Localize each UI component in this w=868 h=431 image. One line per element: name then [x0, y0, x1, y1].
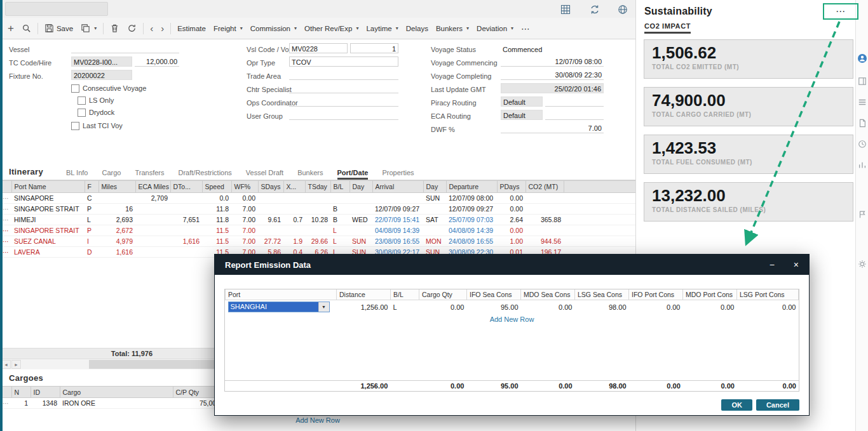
column-header-ifo-port-cons[interactable]: IFO Port Cons [629, 289, 683, 300]
column-header-lsg-sea-cons[interactable]: LSG Sea Cons [575, 289, 629, 300]
column-header-mdo-port-cons[interactable]: MDO Port Cons [683, 289, 737, 300]
close-icon[interactable]: × [794, 260, 799, 269]
ops-coordinator-input[interactable] [289, 96, 398, 107]
opr-type-input[interactable]: TCOV [289, 56, 398, 67]
back-button[interactable]: ‹ [146, 21, 157, 36]
chart-button[interactable] [857, 160, 867, 170]
tab-transfers[interactable]: Transfers [135, 169, 164, 180]
tc-hire-input[interactable]: 12,000.00 [135, 56, 179, 67]
toolbar-menu-delays[interactable]: Delays [402, 21, 432, 36]
toolbar-menu-deviation[interactable]: Deviation▾ [473, 21, 517, 36]
piracy-routing-input[interactable]: Default [501, 96, 543, 107]
scroll-right-button[interactable]: ► [11, 360, 21, 369]
layout-panel-button[interactable] [857, 76, 867, 86]
column-header-miles[interactable]: Miles [98, 181, 135, 193]
tab-draft-restrictions[interactable]: Draft/Restrictions [178, 169, 231, 180]
column-header-b-l[interactable]: B/L [391, 289, 419, 300]
vessel-input[interactable] [71, 43, 179, 53]
column-header-b-l[interactable]: B/L [330, 181, 349, 193]
column-header-cargo-qty[interactable]: Cargo Qty [419, 289, 467, 300]
tab-bl-info[interactable]: BL Info [66, 169, 88, 180]
column-header-wf[interactable]: WF% [231, 181, 258, 193]
column-header-lsg-port-cons[interactable]: LSG Port Cons [737, 289, 799, 300]
drydock-checkbox[interactable]: Drydock [78, 108, 114, 117]
column-header-pdays[interactable]: PDays [497, 181, 526, 193]
toolbar-menu-estimate[interactable]: Estimate [173, 21, 210, 36]
toolbar-menu-commission[interactable]: Commission▾ [247, 21, 301, 36]
sync-button[interactable] [588, 3, 601, 16]
last-tci-voy-checkbox[interactable]: Last TCI Voy [71, 121, 123, 130]
dialog-titlebar[interactable]: Report Emission Data − × [215, 255, 809, 275]
globe-button[interactable] [616, 3, 629, 16]
port-combobox[interactable]: SHANGHAI▼ [228, 302, 330, 312]
toolbar-menu-laytime[interactable]: Laytime▾ [362, 21, 402, 36]
column-header-f[interactable]: F [85, 181, 98, 193]
column-header-tsday[interactable]: TSday [305, 181, 330, 193]
cargoes-add-new-row-link[interactable]: Add New Row [0, 416, 635, 424]
ok-button[interactable]: OK [721, 399, 752, 411]
tab-port-date[interactable]: Port/Date [337, 169, 369, 180]
itinerary-row[interactable]: ⋯HIMEJIL2,6937,65111.87.009.610.710.28BW… [0, 215, 635, 225]
tab-properties[interactable]: Properties [382, 169, 414, 180]
refresh-button[interactable] [123, 21, 140, 36]
column-header-dto[interactable]: DTo... [170, 181, 202, 193]
flag-button[interactable] [857, 209, 867, 220]
consecutive-voyage-checkbox[interactable]: Consecutive Voyage [71, 84, 146, 93]
clock-button[interactable] [857, 139, 867, 149]
more-menu-button[interactable]: ⋯ [517, 21, 534, 36]
emission-add-new-row-link[interactable]: Add New Row [225, 315, 799, 323]
piracy-routing-extra-input[interactable] [545, 96, 604, 107]
column-header-sdays[interactable]: SDays [258, 181, 283, 193]
delete-button[interactable] [106, 21, 123, 36]
list-button[interactable] [857, 97, 867, 107]
column-header-distance[interactable]: Distance [337, 289, 391, 300]
search-button[interactable] [18, 21, 35, 36]
dwf-input[interactable]: 7.00 [501, 123, 604, 133]
profile-button[interactable] [857, 53, 867, 63]
column-header-speed[interactable]: Speed [202, 181, 231, 193]
tc-code-input[interactable]: MV0228-I00... [71, 56, 132, 67]
ls-only-checkbox[interactable]: LS Only [78, 96, 114, 105]
quick-access-box[interactable] [5, 2, 108, 16]
eca-routing-input[interactable]: Default [501, 110, 543, 120]
column-header-arrival[interactable]: Arrival [372, 181, 423, 193]
toolbar-menu-other-rev-exp[interactable]: Other Rev/Exp▾ [301, 21, 362, 36]
cargo-row[interactable]: ⋯11348IRON ORE75,000 [0, 398, 222, 409]
tab-co2-impact[interactable]: CO2 IMPACT [644, 22, 691, 34]
grid-view-button[interactable] [559, 3, 572, 16]
column-header-mdo-sea-cons[interactable]: MDO Sea Cons [521, 289, 575, 300]
tab-itinerary[interactable]: Itinerary [9, 167, 43, 180]
column-header-id[interactable]: ID [31, 387, 60, 398]
copy-menu-button[interactable]: ▾ [77, 21, 100, 36]
fixture-input[interactable]: 20200022 [71, 70, 132, 80]
eca-routing-extra-input[interactable] [545, 110, 604, 120]
column-header-x[interactable]: X... [283, 181, 305, 193]
vsl-code-input[interactable]: MV0228 [289, 43, 348, 53]
column-header-departure[interactable]: Departure [446, 181, 497, 193]
tab-vessel-draft[interactable]: Vessel Draft [246, 169, 283, 180]
minimize-button[interactable]: − [770, 260, 775, 269]
column-header-port-name[interactable]: Port Name [11, 181, 85, 193]
column-header-eca-miles[interactable]: ECA Miles [135, 181, 170, 193]
column-header-day[interactable]: Day [423, 181, 446, 193]
tab-bunkers[interactable]: Bunkers [297, 169, 323, 180]
chtr-specialist-input[interactable] [289, 83, 398, 93]
voy-no-input[interactable]: 1 [350, 43, 398, 53]
save-button[interactable]: Save [41, 21, 77, 36]
itinerary-row[interactable]: ⋯SINGAPOREC2,7090.00.00SUN12/07/09 08:00… [0, 193, 635, 204]
new-button[interactable]: + [4, 21, 18, 36]
forward-button[interactable]: › [157, 21, 168, 36]
column-header-ifo-sea-cons[interactable]: IFO Sea Cons [467, 289, 521, 300]
emission-row[interactable]: SHANGHAI▼1,256.00L0.0095.000.0098.000.00… [226, 300, 799, 314]
settings-button[interactable] [857, 259, 867, 269]
chevron-down-icon[interactable]: ▼ [318, 302, 329, 312]
sustainability-more-button[interactable]: ⋯ [836, 6, 846, 17]
column-header-n[interactable]: N [11, 387, 31, 398]
document-button[interactable] [857, 118, 867, 128]
trade-area-input[interactable] [289, 70, 398, 80]
user-group-input[interactable] [289, 110, 398, 120]
column-header-day[interactable]: Day [349, 181, 372, 193]
cancel-button[interactable]: Cancel [756, 399, 799, 411]
toolbar-menu-bunkers[interactable]: Bunkers▾ [432, 21, 473, 36]
toolbar-menu-freight[interactable]: Freight▾ [210, 21, 247, 36]
